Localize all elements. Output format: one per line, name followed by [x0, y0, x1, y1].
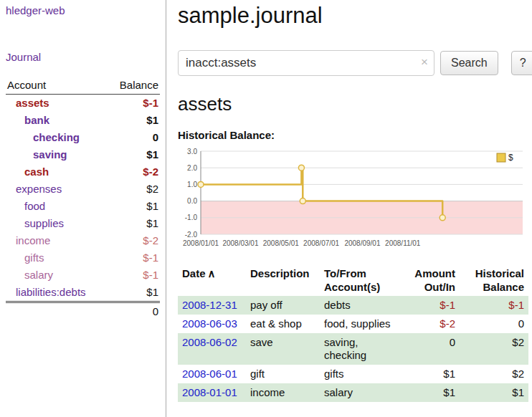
register-row: 2008-06-03 eat & shop food, supplies $-2… [178, 315, 528, 333]
account-row-expenses: expenses $2 [6, 181, 160, 198]
svg-text:2008/07/01: 2008/07/01 [303, 239, 339, 247]
account-row-food: food $1 [6, 198, 160, 215]
transaction-amount: 0 [404, 333, 460, 365]
search-form: × Search ? [178, 50, 532, 76]
svg-text:-1.0: -1.0 [185, 214, 198, 221]
account-link-salary[interactable]: salary [7, 268, 53, 282]
account-balance: $-2 [143, 234, 158, 248]
sidebar-item-journal[interactable]: Journal [6, 51, 160, 63]
transaction-amount: $1 [404, 383, 460, 402]
transaction-date-link[interactable]: 2008-06-02 [182, 336, 237, 348]
column-header-account: To/From Account(s) [320, 264, 404, 296]
transaction-date-link[interactable]: 2008-06-03 [182, 317, 237, 330]
account-balance: $1 [146, 216, 158, 231]
account-balance: $-2 [143, 165, 158, 179]
svg-text:2008/01/01: 2008/01/01 [183, 239, 219, 247]
account-balance: $1 [146, 113, 158, 128]
account-link-liabilities-debts[interactable]: liabilities:debts [7, 285, 86, 299]
transaction-date-link[interactable]: 2008-01-01 [182, 386, 237, 398]
search-input[interactable] [178, 50, 434, 76]
account-link-food[interactable]: food [7, 199, 45, 214]
transaction-accounts: salary [320, 383, 404, 402]
sort-ascending-icon: ∧ [208, 267, 216, 279]
account-balance: $-1 [143, 268, 158, 282]
help-button[interactable]: ? [511, 51, 532, 75]
svg-text:-2.0: -2.0 [185, 231, 198, 239]
account-link-bank[interactable]: bank [7, 113, 49, 128]
transaction-description: eat & shop [246, 315, 320, 333]
account-balance: $2 [146, 182, 158, 196]
account-row-assets: assets $-1 [6, 95, 160, 112]
transaction-description: save [246, 333, 320, 365]
historical-balance-chart: 3.02.01.00.0-1.0-2.02008/01/012008/03/01… [178, 145, 528, 253]
register-row: 2008-06-01 gift gifts $1 $2 [178, 365, 528, 383]
transaction-description: income [246, 383, 320, 402]
transaction-accounts: debts [320, 296, 404, 315]
account-balance: $1 [146, 285, 158, 299]
main-content: sample.journal × Search ? assets Histori… [166, 0, 532, 417]
account-balance: $-1 [143, 96, 158, 110]
page-title: sample.journal [178, 3, 532, 29]
svg-text:2008/05/01: 2008/05/01 [263, 239, 299, 247]
account-balance: $-1 [143, 251, 158, 265]
app-title-link[interactable]: hledger-web [6, 4, 160, 16]
date-header-label: Date [182, 267, 206, 279]
transaction-description: gift [246, 365, 320, 383]
account-link-saving[interactable]: saving [7, 148, 67, 162]
account-row-gifts: gifts $-1 [6, 249, 160, 267]
svg-text:2008/03/01: 2008/03/01 [222, 239, 258, 247]
transaction-balance: $2 [460, 333, 528, 365]
account-link-gifts[interactable]: gifts [7, 251, 44, 265]
svg-text:$: $ [508, 153, 513, 163]
transaction-balance: 0 [460, 315, 528, 333]
transaction-amount: $-2 [404, 315, 460, 333]
account-link-cash[interactable]: cash [7, 165, 49, 179]
transaction-balance: $1 [460, 383, 528, 402]
account-row-liabilities-debts: liabilities:debts $1 [6, 284, 160, 301]
register-row: 2008-06-02 save saving, checking 0 $2 [178, 333, 528, 365]
column-header-balance: Historical Balance [460, 264, 528, 296]
column-header-description: Description [246, 264, 320, 296]
svg-text:0.0: 0.0 [187, 197, 197, 205]
account-row-cash: cash $-2 [6, 163, 160, 181]
account-link-assets[interactable]: assets [7, 96, 49, 110]
account-balance: 0 [153, 130, 158, 145]
account-link-income[interactable]: income [7, 234, 50, 248]
column-header-amount: Amount Out/In [404, 264, 460, 296]
clear-search-icon[interactable]: × [421, 55, 428, 70]
account-row-supplies: supplies $1 [6, 215, 160, 232]
accounts-panel: Account Balance assets $-1 bank $1 check… [6, 77, 160, 317]
column-header-date[interactable]: Date∧ [178, 264, 246, 296]
svg-text:2008/11/01: 2008/11/01 [385, 239, 421, 247]
account-balance: $1 [146, 148, 158, 162]
transaction-balance: $2 [460, 365, 528, 383]
register-row: 2008-01-01 income salary $1 $1 [178, 383, 528, 402]
account-balance: $1 [146, 199, 158, 214]
account-row-checking: checking 0 [6, 129, 160, 146]
balance-column-header: Balance [120, 79, 158, 91]
account-link-expenses[interactable]: expenses [7, 182, 62, 196]
account-row-salary: salary $-1 [6, 267, 160, 284]
account-column-header: Account [7, 79, 46, 91]
transaction-date-link[interactable]: 2008-06-01 [182, 368, 237, 380]
account-link-supplies[interactable]: supplies [7, 216, 64, 231]
search-field-wrap: × [178, 50, 434, 76]
svg-text:2.0: 2.0 [187, 164, 197, 172]
transaction-accounts: food, supplies [320, 315, 404, 333]
account-row-income: income $-2 [6, 232, 160, 249]
account-link-checking[interactable]: checking [7, 130, 80, 145]
account-row-saving: saving $1 [6, 146, 160, 163]
transaction-date-link[interactable]: 2008-12-31 [182, 299, 237, 311]
register-table: Date∧ Description To/From Account(s) Amo… [178, 264, 528, 402]
svg-text:2008/09/01: 2008/09/01 [344, 239, 380, 247]
transaction-accounts: saving, checking [320, 333, 404, 365]
transaction-accounts: gifts [320, 365, 404, 383]
accounts-total-value: 0 [153, 305, 158, 317]
search-button[interactable]: Search [440, 51, 498, 75]
svg-text:1.0: 1.0 [187, 181, 197, 188]
account-row-bank: bank $1 [6, 112, 160, 129]
svg-text:3.0: 3.0 [187, 148, 197, 155]
sidebar: hledger-web Journal Account Balance asse… [0, 0, 166, 417]
transaction-amount: $-1 [404, 296, 460, 315]
transaction-balance: $-1 [460, 296, 528, 315]
